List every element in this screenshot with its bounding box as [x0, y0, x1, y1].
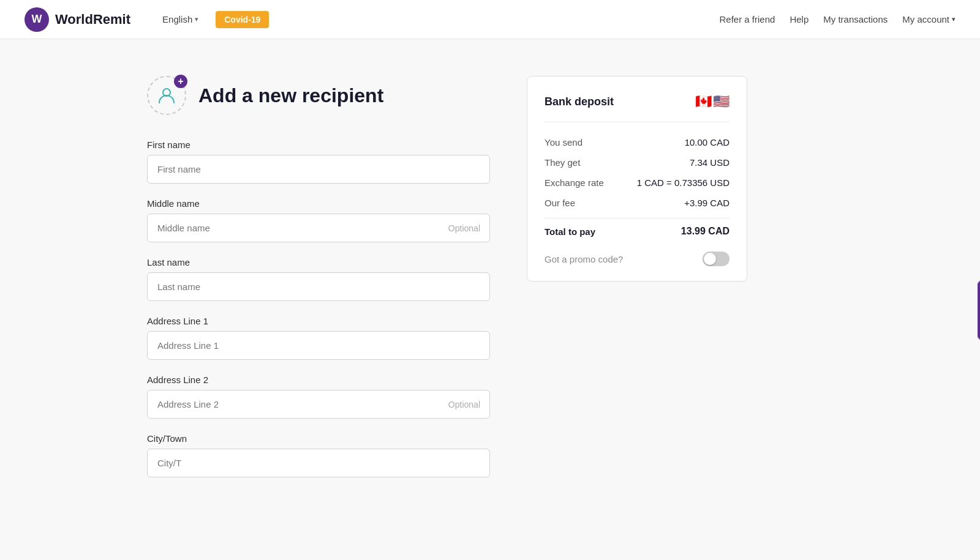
they-get-row: They get 7.34 USD	[545, 152, 729, 173]
total-label: Total to pay	[545, 226, 595, 237]
address2-input[interactable]	[147, 390, 490, 419]
city-input[interactable]	[147, 449, 490, 477]
recipient-icon: +	[147, 76, 186, 115]
you-send-label: You send	[545, 137, 582, 147]
fee-row: Our fee +3.99 CAD	[545, 193, 729, 213]
refer-link[interactable]: Refer a friend	[720, 14, 775, 24]
last-name-input[interactable]	[147, 272, 490, 301]
address1-input[interactable]	[147, 331, 490, 360]
city-group: City/Town	[147, 433, 490, 477]
address2-group: Address Line 2 Optional	[147, 375, 490, 419]
form-section: + Add a new recipient First name Middle …	[147, 76, 490, 492]
account-label: My account	[902, 14, 949, 24]
promo-toggle[interactable]	[703, 252, 729, 266]
summary-card-header: Bank deposit 🇨🇦 🇺🇸	[545, 94, 729, 110]
divider-1	[545, 122, 729, 122]
recipient-svg-icon	[157, 86, 176, 105]
they-get-value: 7.34 USD	[690, 157, 729, 168]
first-name-input-wrapper	[147, 155, 490, 184]
exchange-rate-value: 1 CAD = 0.73356 USD	[637, 177, 729, 188]
first-name-input[interactable]	[147, 155, 490, 184]
header: W WorldRemit English ▾ Covid-19 Refer a …	[0, 0, 980, 39]
you-send-value: 10.00 CAD	[685, 137, 729, 147]
flag-canada-icon: 🇨🇦	[695, 94, 712, 110]
language-label: English	[162, 14, 192, 24]
summary-card: Bank deposit 🇨🇦 🇺🇸 You send 10.00 CAD Th…	[527, 76, 747, 282]
address1-group: Address Line 1	[147, 316, 490, 360]
nav-links: Refer a friend Help My transactions My a…	[720, 14, 956, 24]
logo[interactable]: W WorldRemit	[24, 7, 130, 32]
flag-usa-icon: 🇺🇸	[713, 94, 729, 110]
transactions-link[interactable]: My transactions	[823, 14, 888, 24]
summary-title: Bank deposit	[545, 95, 614, 108]
last-name-label: Last name	[147, 257, 490, 267]
feedback-button[interactable]: Feedback	[978, 280, 980, 340]
first-name-group: First name	[147, 140, 490, 184]
address1-label: Address Line 1	[147, 316, 490, 326]
promo-row: Got a promo code?	[545, 242, 729, 266]
flags-container: 🇨🇦 🇺🇸	[695, 94, 729, 110]
city-label: City/Town	[147, 433, 490, 444]
fee-label: Our fee	[545, 198, 575, 208]
they-get-label: They get	[545, 157, 580, 168]
logo-icon: W	[24, 7, 49, 32]
first-name-label: First name	[147, 140, 490, 150]
page-title: Add a new recipient	[198, 84, 383, 107]
you-send-row: You send 10.00 CAD	[545, 132, 729, 152]
page-header: + Add a new recipient	[147, 76, 490, 115]
total-row: Total to pay 13.99 CAD	[545, 218, 729, 242]
middle-name-input[interactable]	[147, 214, 490, 242]
language-selector[interactable]: English ▾	[155, 10, 206, 28]
help-link[interactable]: Help	[790, 14, 809, 24]
language-chevron-icon: ▾	[195, 15, 198, 23]
middle-name-group: Middle name Optional	[147, 198, 490, 242]
last-name-group: Last name	[147, 257, 490, 301]
account-menu[interactable]: My account ▾	[902, 14, 956, 24]
address2-label: Address Line 2	[147, 375, 490, 385]
nav-area: English ▾ Covid-19 Refer a friend Help M…	[155, 10, 956, 28]
add-icon: +	[174, 75, 187, 88]
middle-name-label: Middle name	[147, 198, 490, 209]
main-content: + Add a new recipient First name Middle …	[123, 39, 858, 517]
total-value: 13.99 CAD	[681, 226, 729, 237]
exchange-rate-row: Exchange rate 1 CAD = 0.73356 USD	[545, 173, 729, 193]
address2-input-wrapper: Optional	[147, 390, 490, 419]
exchange-rate-label: Exchange rate	[545, 177, 604, 188]
middle-name-input-wrapper: Optional	[147, 214, 490, 242]
account-chevron-icon: ▾	[952, 15, 956, 23]
logo-text: WorldRemit	[55, 12, 130, 28]
city-input-wrapper	[147, 449, 490, 477]
promo-label: Got a promo code?	[545, 254, 623, 264]
fee-value: +3.99 CAD	[684, 198, 729, 208]
covid-button[interactable]: Covid-19	[216, 11, 269, 28]
last-name-input-wrapper	[147, 272, 490, 301]
address1-input-wrapper	[147, 331, 490, 360]
